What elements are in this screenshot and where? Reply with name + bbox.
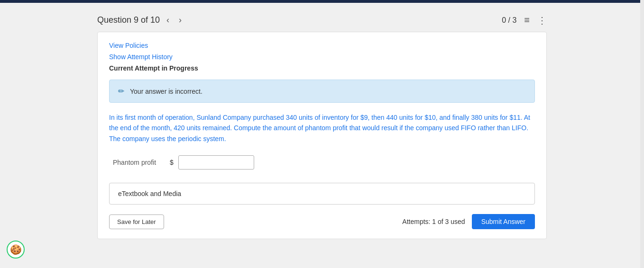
scrollbar[interactable]: [640, 0, 644, 268]
footer-row: Save for Later Attempts: 1 of 3 used Sub…: [109, 214, 535, 229]
footer-right: Attempts: 1 of 3 used Submit Answer: [402, 214, 535, 229]
current-attempt-label: Current Attempt in Progress: [109, 64, 535, 72]
view-policies-link[interactable]: View Policies: [109, 42, 535, 49]
phantom-profit-label: Phantom profit: [113, 159, 165, 166]
attempts-text: Attempts: 1 of 3 used: [402, 218, 465, 225]
phantom-profit-input[interactable]: [178, 155, 254, 170]
save-later-button[interactable]: Save for Later: [109, 214, 164, 229]
question-header: Question 9 of 10 ‹ › 0 / 3 ≡ ⋮: [90, 10, 554, 32]
main-content: Question 9 of 10 ‹ › 0 / 3 ≡ ⋮ View Poli…: [90, 3, 554, 239]
etextbook-label: eTextbook and Media: [118, 190, 181, 197]
prev-button[interactable]: ‹: [164, 14, 172, 26]
score-display: 0 / 3: [502, 16, 516, 25]
page-wrapper: Question 9 of 10 ‹ › 0 / 3 ≡ ⋮ View Poli…: [0, 3, 644, 268]
cookie-button[interactable]: 🍪: [7, 241, 25, 259]
incorrect-banner: ✏ Your answer is incorrect.: [109, 80, 535, 103]
question-title: Question 9 of 10: [97, 15, 160, 25]
etextbook-box[interactable]: eTextbook and Media: [109, 183, 535, 205]
header-right: 0 / 3 ≡ ⋮: [502, 15, 547, 26]
pencil-icon: ✏: [118, 87, 124, 96]
input-row: Phantom profit $: [109, 155, 535, 170]
incorrect-text: Your answer is incorrect.: [130, 88, 202, 95]
more-icon[interactable]: ⋮: [537, 15, 547, 26]
dollar-sign: $: [170, 159, 174, 166]
cookie-icon: 🍪: [10, 244, 22, 255]
question-nav: Question 9 of 10 ‹ ›: [97, 14, 184, 26]
question-text: In its first month of operation, Sunland…: [109, 112, 535, 144]
show-attempt-link[interactable]: Show Attempt History: [109, 53, 535, 61]
submit-answer-button[interactable]: Submit Answer: [472, 214, 535, 229]
content-card: View Policies Show Attempt History Curre…: [97, 32, 547, 239]
list-icon[interactable]: ≡: [524, 15, 530, 26]
next-button[interactable]: ›: [176, 14, 184, 26]
